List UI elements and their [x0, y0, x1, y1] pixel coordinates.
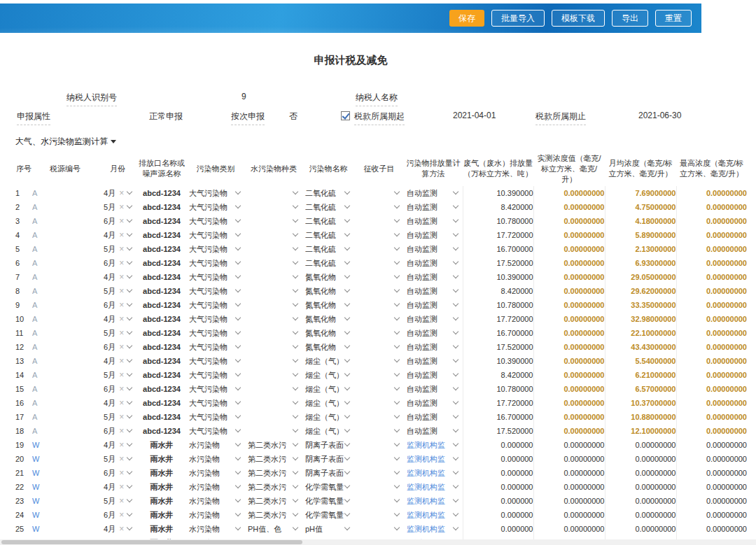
discharge-value[interactable]: 10.390000: [463, 270, 533, 284]
sub-item-select[interactable]: [354, 424, 404, 438]
category-select[interactable]: 水污染物: [186, 466, 245, 480]
max-concentration-value[interactable]: 0.00000000: [676, 466, 747, 480]
discharge-value[interactable]: 17.720000: [463, 396, 533, 410]
clear-icon[interactable]: ×: [119, 273, 124, 281]
category-select[interactable]: 水污染物: [186, 522, 245, 536]
method-select[interactable]: 自动监测: [404, 284, 463, 298]
max-concentration-value[interactable]: 0.00000000: [676, 452, 747, 466]
pollutant-select[interactable]: pH值: [302, 522, 354, 536]
sub-item-select[interactable]: [354, 326, 404, 340]
clear-icon[interactable]: ×: [119, 217, 124, 225]
measured-concentration-value[interactable]: 0.00000000: [533, 494, 605, 508]
measured-concentration-value[interactable]: 0.00000000: [533, 326, 605, 340]
tax-source-link[interactable]: A: [32, 354, 98, 368]
discharge-value[interactable]: 10.390000: [463, 354, 533, 368]
sub-item-select[interactable]: [354, 522, 404, 536]
discharge-value[interactable]: 17.520000: [463, 340, 533, 354]
water-type-select[interactable]: 第二类水污: [245, 438, 302, 452]
tax-source-link[interactable]: W: [32, 438, 98, 452]
method-select[interactable]: 监测机构监: [404, 494, 463, 508]
method-select[interactable]: 自动监测: [404, 256, 463, 270]
sub-item-select[interactable]: [354, 340, 404, 354]
month-select[interactable]: 4月 ×: [98, 480, 137, 494]
monthly-avg-concentration-value[interactable]: 22.10000000: [605, 326, 676, 340]
method-select[interactable]: 自动监测: [404, 340, 463, 354]
monthly-avg-concentration-value[interactable]: 4.75000000: [605, 200, 676, 214]
sub-item-select[interactable]: [354, 214, 404, 228]
scrollbar-thumb[interactable]: [1, 540, 302, 544]
pollutant-select[interactable]: 烟尘（气）: [302, 354, 354, 368]
pollutant-select[interactable]: 化学需氧量: [302, 508, 354, 522]
tax-source-link[interactable]: A: [32, 382, 98, 396]
month-select[interactable]: 5月 ×: [98, 200, 137, 214]
measured-concentration-value[interactable]: 0.00000000: [533, 382, 605, 396]
tax-source-link[interactable]: A: [32, 284, 98, 298]
month-select[interactable]: 6月 ×: [98, 214, 137, 228]
clear-icon[interactable]: ×: [119, 189, 124, 197]
pollutant-select[interactable]: 化学需氧量: [302, 494, 354, 508]
clear-icon[interactable]: ×: [119, 413, 124, 421]
measured-concentration-value[interactable]: 0.00000000: [533, 354, 605, 368]
water-type-select[interactable]: [245, 242, 302, 256]
method-select[interactable]: 自动监测: [404, 200, 463, 214]
month-select[interactable]: 4月 ×: [98, 396, 137, 410]
discharge-value[interactable]: 17.520000: [463, 424, 533, 438]
measured-concentration-value[interactable]: 0.00000000: [533, 256, 605, 270]
batch-import-button[interactable]: 批量导入: [491, 10, 545, 27]
max-concentration-value[interactable]: 0.00000000: [676, 186, 747, 200]
sub-item-select[interactable]: [354, 228, 404, 242]
max-concentration-value[interactable]: 0.00000000: [676, 270, 747, 284]
tax-source-link[interactable]: W: [32, 480, 98, 494]
tax-source-link[interactable]: A: [32, 340, 98, 354]
clear-icon[interactable]: ×: [119, 301, 124, 309]
tax-source-link[interactable]: A: [32, 312, 98, 326]
tax-source-link[interactable]: A: [32, 424, 98, 438]
monthly-avg-concentration-value[interactable]: 12.10000000: [605, 424, 676, 438]
monthly-avg-concentration-value[interactable]: 2.13000000: [605, 242, 676, 256]
method-select[interactable]: 监测机构监: [404, 466, 463, 480]
max-concentration-value[interactable]: 0.00000000: [676, 228, 747, 242]
water-type-select[interactable]: 第二类水污: [245, 452, 302, 466]
save-button[interactable]: 保存: [449, 10, 484, 27]
measured-concentration-value[interactable]: 0.00000000: [533, 340, 605, 354]
measured-concentration-value[interactable]: 0.00000000: [533, 410, 605, 424]
method-select[interactable]: 自动监测: [404, 214, 463, 228]
water-type-select[interactable]: 第二类水污: [245, 494, 302, 508]
category-select[interactable]: 水污染物: [186, 508, 245, 522]
tax-source-link[interactable]: A: [32, 270, 98, 284]
measured-concentration-value[interactable]: 0.00000000: [533, 186, 605, 200]
discharge-value[interactable]: 17.720000: [463, 228, 533, 242]
clear-icon[interactable]: ×: [119, 483, 124, 491]
category-select[interactable]: 水污染物: [186, 438, 245, 452]
month-select[interactable]: 5月 ×: [98, 326, 137, 340]
clear-icon[interactable]: ×: [119, 315, 124, 323]
category-select[interactable]: 大气污染物: [186, 284, 245, 298]
discharge-value[interactable]: 16.700000: [463, 410, 533, 424]
section-monitoring-calc[interactable]: 大气、水污染物监测计算: [15, 136, 756, 148]
water-type-select[interactable]: [245, 396, 302, 410]
month-select[interactable]: 5月 ×: [98, 452, 137, 466]
month-select[interactable]: 6月 ×: [98, 466, 137, 480]
method-select[interactable]: 自动监测: [404, 424, 463, 438]
category-select[interactable]: 大气污染物: [186, 312, 245, 326]
method-select[interactable]: 自动监测: [404, 312, 463, 326]
tax-source-link[interactable]: A: [32, 326, 98, 340]
sub-item-select[interactable]: [354, 410, 404, 424]
discharge-value[interactable]: 17.520000: [463, 256, 533, 270]
tax-source-link[interactable]: A: [32, 242, 98, 256]
clear-icon[interactable]: ×: [119, 385, 124, 393]
month-select[interactable]: 5月 ×: [98, 284, 137, 298]
water-type-select[interactable]: [245, 200, 302, 214]
method-select[interactable]: 自动监测: [404, 186, 463, 200]
water-type-select[interactable]: [245, 228, 302, 242]
monthly-avg-concentration-value[interactable]: 5.89000000: [605, 228, 676, 242]
category-select[interactable]: 水污染物: [186, 494, 245, 508]
measured-concentration-value[interactable]: 0.00000000: [533, 480, 605, 494]
per-occurrence-checkbox[interactable]: [341, 111, 350, 120]
monthly-avg-concentration-value[interactable]: 4.18000000: [605, 214, 676, 228]
max-concentration-value[interactable]: 0.00000000: [676, 410, 747, 424]
clear-icon[interactable]: ×: [119, 287, 124, 295]
max-concentration-value[interactable]: 0.00000000: [676, 354, 747, 368]
monthly-avg-concentration-value[interactable]: 43.43000000: [605, 340, 676, 354]
category-select[interactable]: 大气污染物: [186, 270, 245, 284]
